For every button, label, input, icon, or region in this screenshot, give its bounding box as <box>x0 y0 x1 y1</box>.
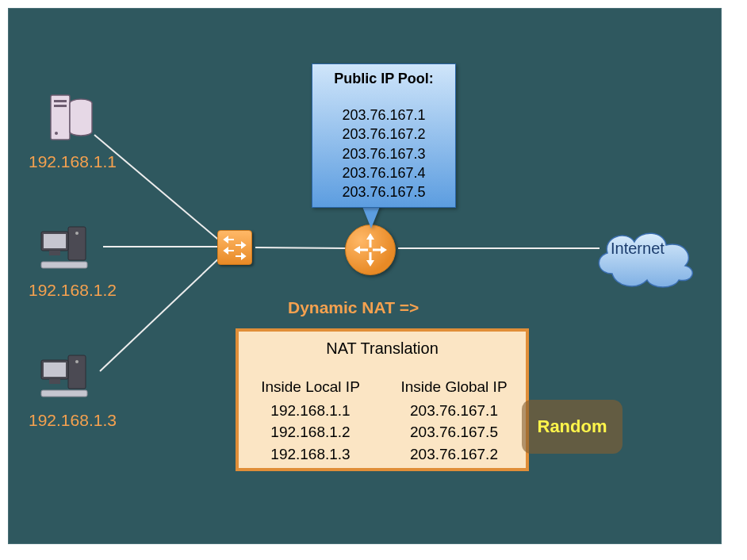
pool-ip-list: 203.76.167.1 203.76.167.2 203.76.167.3 2… <box>312 105 455 201</box>
svg-rect-6 <box>54 100 67 102</box>
svg-marker-30 <box>366 233 374 247</box>
switch-icon <box>217 230 252 265</box>
host-ip-label: 192.168.1.1 <box>29 152 117 171</box>
svg-rect-14 <box>49 251 60 255</box>
svg-rect-21 <box>41 390 87 397</box>
svg-marker-29 <box>242 254 245 259</box>
svg-point-8 <box>55 132 58 135</box>
nat-cell: 203.76.167.1 <box>382 400 526 422</box>
pc-icon <box>40 224 95 271</box>
nat-translation-table: NAT Translation Inside Local IP 192.168.… <box>236 328 529 471</box>
nat-col-local: Inside Local IP 192.168.1.1 192.168.1.2 … <box>239 376 382 465</box>
svg-marker-27 <box>224 248 228 253</box>
nat-table-title: NAT Translation <box>239 339 526 358</box>
dynamic-nat-label: Dynamic NAT => <box>288 298 419 317</box>
svg-rect-15 <box>41 262 87 268</box>
host-ip-label: 192.168.1.2 <box>29 281 117 300</box>
public-ip-pool-box: Public IP Pool: 203.76.167.1 203.76.167.… <box>312 63 456 208</box>
random-badge: Random <box>522 400 622 454</box>
svg-point-11 <box>75 232 79 235</box>
svg-rect-13 <box>44 234 66 248</box>
internet-label: Internet <box>611 240 665 258</box>
svg-marker-25 <box>242 243 245 247</box>
pc-icon <box>40 352 95 400</box>
svg-rect-19 <box>44 362 66 377</box>
nat-cell: 203.76.167.5 <box>382 421 526 443</box>
svg-marker-33 <box>373 246 387 254</box>
col-header-local: Inside Local IP <box>239 376 382 398</box>
nat-cell: 192.168.1.1 <box>239 400 382 422</box>
col-header-global: Inside Global IP <box>382 376 526 398</box>
callout-tail <box>362 205 381 228</box>
pool-title: Public IP Pool: <box>312 71 455 87</box>
nat-col-global: Inside Global IP 203.76.167.1 203.76.167… <box>382 376 526 465</box>
svg-marker-23 <box>224 237 228 242</box>
svg-marker-32 <box>354 246 368 254</box>
svg-marker-31 <box>366 252 374 267</box>
host-ip-label: 192.168.1.3 <box>29 411 117 430</box>
server-icon <box>48 92 95 144</box>
nat-cell: 203.76.167.2 <box>382 443 526 466</box>
diagram-canvas: 192.168.1.1 192.168.1.2 192.168.1.3 Publ… <box>0 0 747 560</box>
nat-cell: 192.168.1.3 <box>239 443 382 466</box>
svg-rect-20 <box>49 379 60 384</box>
router-icon <box>345 224 396 275</box>
svg-point-17 <box>75 360 79 363</box>
random-label: Random <box>538 416 607 437</box>
svg-rect-7 <box>54 105 67 107</box>
nat-cell: 192.168.1.2 <box>239 421 382 443</box>
